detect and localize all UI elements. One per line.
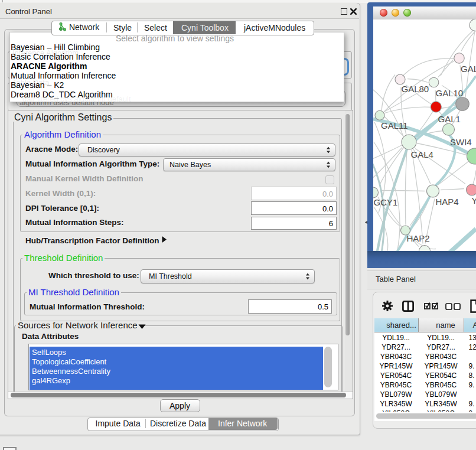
svg-text:GAL11: GAL11 xyxy=(381,120,408,131)
svg-text:GAL80: GAL80 xyxy=(402,84,429,94)
svg-text:HAP2: HAP2 xyxy=(407,233,430,243)
svg-text:GAL4: GAL4 xyxy=(411,149,433,159)
svg-text:HAP4: HAP4 xyxy=(436,196,459,206)
svg-text:Y: Y xyxy=(472,195,476,205)
svg-text:GCY1: GCY1 xyxy=(374,197,398,207)
svg-text:SWI4: SWI4 xyxy=(450,137,472,147)
svg-text:GAL10: GAL10 xyxy=(436,88,464,98)
svg-text:GAL1: GAL1 xyxy=(438,114,461,124)
svg-text:GAL: GAL xyxy=(461,63,476,73)
